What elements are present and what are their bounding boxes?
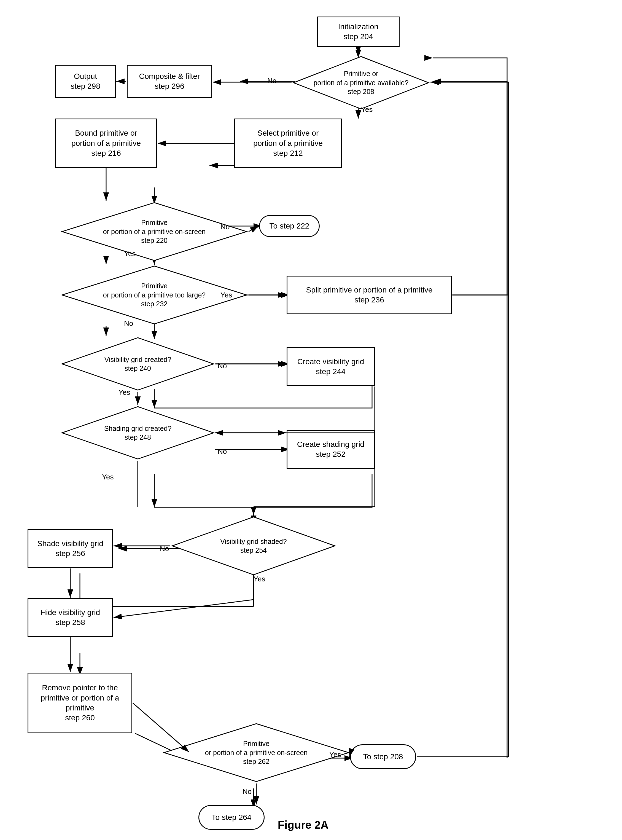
hide-visibility-label: Hide visibility grid step 258 xyxy=(41,608,100,628)
label-yes-248: Yes xyxy=(102,473,114,481)
label-no-240: No xyxy=(218,362,227,370)
output-label: Output step 298 xyxy=(70,72,100,92)
remove-pointer-label: Remove pointer to the primitive or porti… xyxy=(41,683,119,723)
label-no-254: No xyxy=(160,544,169,553)
select-label: Select primitive or portion of a primiti… xyxy=(253,128,323,158)
init-label: Initialization step 204 xyxy=(338,22,378,42)
composite-box: Composite & filter step 296 xyxy=(127,65,212,98)
label-no-262: No xyxy=(242,787,252,796)
split-box: Split primitive or portion of a primitiv… xyxy=(287,276,452,314)
create-shading-box: Create shading grid step 252 xyxy=(287,430,375,469)
shade-visibility-label: Shade visibility grid step 256 xyxy=(37,539,103,559)
diamond-248: Shading grid created?step 248 xyxy=(61,405,215,460)
create-shading-label: Create shading grid step 252 xyxy=(297,440,364,460)
label-yes-262: Yes xyxy=(329,750,341,759)
init-box: Initialization step 204 xyxy=(317,17,399,47)
create-visibility-box: Create visibility grid step 244 xyxy=(287,347,375,386)
svg-line-44 xyxy=(114,600,253,617)
diamond-232: Primitiveor portion of a primitive too l… xyxy=(61,265,248,325)
oval-222: To step 222 xyxy=(259,215,320,237)
bound-box: Bound primitive or portion of a primitiv… xyxy=(55,119,157,168)
bound-label: Bound primitive or portion of a primitiv… xyxy=(72,128,141,158)
label-yes-254: Yes xyxy=(253,575,265,583)
diagram-container: Initialization step 204 Primitive orport… xyxy=(0,0,622,840)
figure-label: Figure 2A xyxy=(193,819,413,831)
diamond-220: Primitiveor portion of a primitive on-sc… xyxy=(61,201,248,262)
shade-visibility-box: Shade visibility grid step 256 xyxy=(27,529,113,568)
select-box: Select primitive or portion of a primiti… xyxy=(234,119,342,168)
create-visibility-label: Create visibility grid step 244 xyxy=(297,357,364,377)
oval-222-label: To step 222 xyxy=(270,221,309,231)
split-label: Split primitive or portion of a primitiv… xyxy=(306,285,432,305)
oval-208: To step 208 xyxy=(350,744,416,769)
diamond-240: Visibility grid created?step 240 xyxy=(61,336,215,391)
output-box: Output step 298 xyxy=(55,65,116,98)
label-no-232: No xyxy=(124,319,133,328)
diamond-262: Primitiveor portion of a primitive on-sc… xyxy=(163,722,350,783)
svg-line-52 xyxy=(248,226,259,232)
hide-visibility-box: Hide visibility grid step 258 xyxy=(27,598,113,637)
label-no-208: No xyxy=(267,76,276,85)
label-no-220: No xyxy=(221,223,230,231)
label-yes-220: Yes xyxy=(124,249,136,258)
label-yes-240: Yes xyxy=(119,388,130,397)
diamond-254: Visibility grid shaded?step 254 xyxy=(171,516,336,576)
oval-208-label: To step 208 xyxy=(363,752,403,762)
composite-label: Composite & filter step 296 xyxy=(139,72,200,92)
remove-pointer-box: Remove pointer to the primitive or porti… xyxy=(27,673,132,733)
label-yes-208: Yes xyxy=(361,105,373,114)
label-yes-232: Yes xyxy=(221,291,232,299)
diamond-208: Primitive orportion of a primitive avail… xyxy=(292,55,430,110)
label-no-248: No xyxy=(218,447,227,456)
